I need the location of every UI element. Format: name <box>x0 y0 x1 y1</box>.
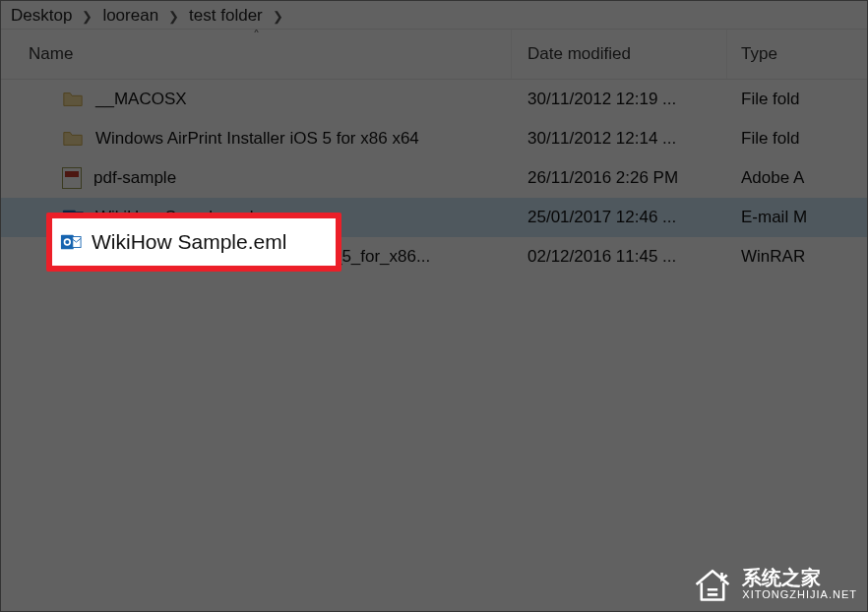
column-header-date[interactable]: Date modified <box>512 30 727 79</box>
file-date: 26/11/2016 2:26 PM <box>512 168 727 188</box>
highlight-callout: WikiHow Sample.eml <box>46 213 341 272</box>
watermark-url: XITONGZHIJIA.NET <box>742 587 857 601</box>
file-type: File fold <box>727 90 867 109</box>
column-header-label: Date modified <box>527 44 631 64</box>
file-date: 25/01/2017 12:46 ... <box>512 208 727 227</box>
svg-point-12 <box>65 240 69 244</box>
breadcrumb[interactable]: Desktop ❯ loorean ❯ test folder ❯ <box>1 1 867 29</box>
file-row[interactable]: pdf-sample 26/11/2016 2:26 PM Adobe A <box>1 158 867 198</box>
chevron-right-icon: ❯ <box>164 9 183 24</box>
file-date: 30/11/2012 12:19 ... <box>512 90 727 109</box>
column-header-type[interactable]: Type <box>727 30 867 79</box>
file-type: WinRAR <box>727 247 867 267</box>
highlight-label: WikiHow Sample.eml <box>92 230 286 254</box>
file-type: File fold <box>727 129 867 149</box>
outlook-icon <box>60 231 82 253</box>
column-header-label: Type <box>741 44 777 64</box>
file-row[interactable]: __MACOSX 30/11/2012 12:19 ... File fold <box>1 80 867 119</box>
file-date: 02/12/2016 11:45 ... <box>512 247 727 267</box>
file-row[interactable]: Windows AirPrint Installer iOS 5 for x86… <box>1 119 867 158</box>
house-icon <box>691 566 734 603</box>
file-date: 30/11/2012 12:14 ... <box>512 129 727 149</box>
watermark-title: 系统之家 <box>742 568 857 587</box>
sort-ascending-icon: ˄ <box>253 28 260 43</box>
folder-icon <box>62 89 84 110</box>
chevron-right-icon: ❯ <box>78 9 96 24</box>
file-name: pdf-sample <box>93 168 176 188</box>
watermark: 系统之家 XITONGZHIJIA.NET <box>691 566 857 603</box>
column-headers: ˄ Name Date modified Type <box>1 29 867 80</box>
file-name: Windows AirPrint Installer iOS 5 for x86… <box>95 129 419 149</box>
pdf-icon <box>62 167 82 189</box>
chevron-right-icon: ❯ <box>269 9 287 24</box>
breadcrumb-item[interactable]: loorean <box>98 6 162 26</box>
breadcrumb-item[interactable]: test folder <box>185 6 267 26</box>
breadcrumb-item[interactable]: Desktop <box>7 6 76 26</box>
column-header-name[interactable]: ˄ Name <box>1 30 512 79</box>
folder-icon <box>62 128 84 150</box>
file-type: E-mail M <box>727 208 867 227</box>
file-type: Adobe A <box>727 168 867 188</box>
file-name: __MACOSX <box>95 90 187 109</box>
column-header-label: Name <box>29 44 73 64</box>
